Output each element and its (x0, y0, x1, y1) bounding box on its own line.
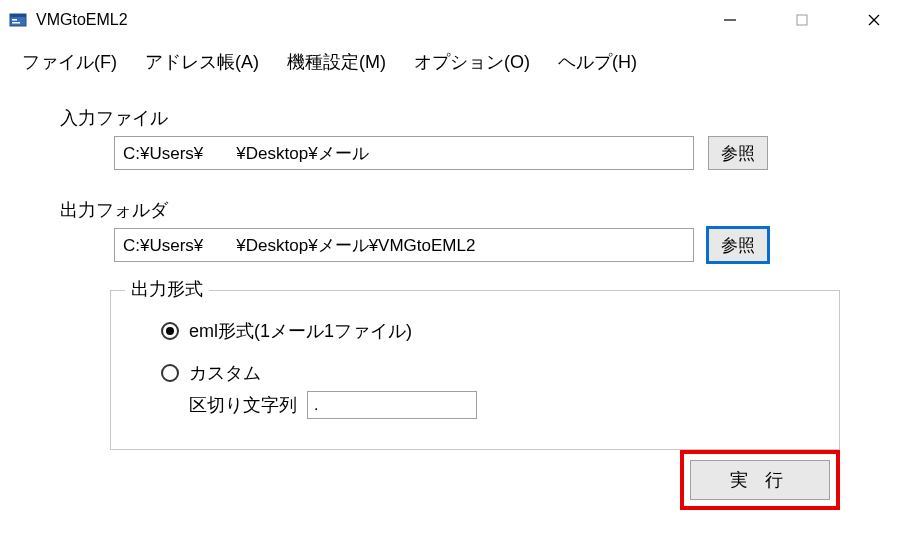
delimiter-input[interactable] (307, 391, 477, 419)
output-folder-section: 出力フォルダ 参照 (60, 198, 850, 262)
output-folder-field[interactable] (114, 228, 694, 262)
content-area: 入力ファイル 参照 出力フォルダ 参照 出力形式 eml形式(1メール1ファイル… (0, 86, 910, 470)
close-button[interactable] (838, 0, 910, 40)
output-format-legend: 出力形式 (125, 277, 209, 301)
input-file-label: 入力ファイル (60, 106, 850, 130)
window-controls (694, 0, 910, 40)
output-folder-browse-button[interactable]: 参照 (708, 228, 768, 262)
menu-help[interactable]: ヘルプ(H) (558, 50, 637, 74)
execute-highlight-box: 実 行 (680, 450, 840, 510)
delimiter-row: 区切り文字列 (189, 391, 809, 419)
menu-addressbook[interactable]: アドレス帳(A) (145, 50, 259, 74)
execute-button[interactable]: 実 行 (690, 460, 830, 500)
svg-rect-1 (10, 14, 26, 17)
radio-custom-label: カスタム (189, 361, 261, 385)
input-file-browse-button[interactable]: 参照 (708, 136, 768, 170)
radio-eml-label: eml形式(1メール1ファイル) (189, 319, 412, 343)
radio-eml[interactable] (161, 322, 179, 340)
minimize-button[interactable] (694, 0, 766, 40)
svg-rect-3 (12, 22, 20, 24)
svg-rect-2 (12, 19, 17, 21)
window-title: VMGtoEML2 (36, 11, 128, 29)
menubar: ファイル(F) アドレス帳(A) 機種設定(M) オプション(O) ヘルプ(H) (0, 40, 910, 86)
menu-options[interactable]: オプション(O) (414, 50, 530, 74)
radio-eml-row[interactable]: eml形式(1メール1ファイル) (161, 319, 809, 343)
output-format-group: 出力形式 eml形式(1メール1ファイル) カスタム 区切り文字列 (110, 290, 840, 450)
titlebar: VMGtoEML2 (0, 0, 910, 40)
svg-rect-5 (797, 15, 807, 25)
menu-device-settings[interactable]: 機種設定(M) (287, 50, 386, 74)
menu-file[interactable]: ファイル(F) (22, 50, 117, 74)
output-folder-label: 出力フォルダ (60, 198, 850, 222)
radio-custom-row[interactable]: カスタム (161, 361, 809, 385)
delimiter-label: 区切り文字列 (189, 393, 297, 417)
maximize-button[interactable] (766, 0, 838, 40)
input-file-section: 入力ファイル 参照 (60, 106, 850, 170)
input-file-field[interactable] (114, 136, 694, 170)
app-icon (8, 10, 28, 30)
radio-custom[interactable] (161, 364, 179, 382)
